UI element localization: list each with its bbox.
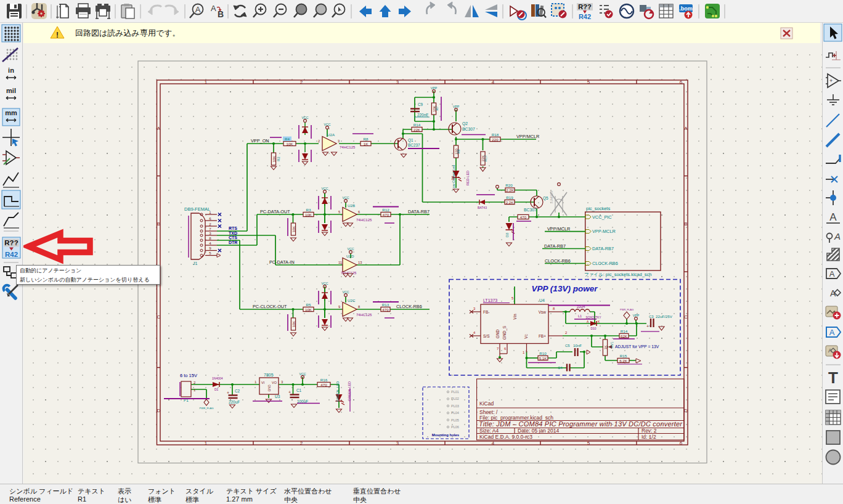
svg-text:+: + bbox=[646, 324, 649, 328]
svg-text:11: 11 bbox=[338, 261, 342, 264]
svg-text:A: A bbox=[211, 4, 216, 13]
svg-text:C2: C2 bbox=[235, 389, 240, 393]
svg-text:D: D bbox=[157, 408, 160, 413]
svg-text:2.2K: 2.2K bbox=[506, 188, 515, 192]
svg-text:R??: R?? bbox=[4, 239, 18, 246]
svg-text:2: 2 bbox=[300, 441, 303, 446]
svg-text:8: 8 bbox=[358, 305, 360, 309]
svg-text:VCC: VCC bbox=[322, 282, 328, 285]
svg-text:470: 470 bbox=[520, 215, 527, 219]
svg-text:9: 9 bbox=[209, 246, 211, 250]
svg-text:10nF: 10nF bbox=[573, 343, 582, 348]
svg-text:DB9-FEMAL: DB9-FEMAL bbox=[184, 206, 210, 212]
svg-text:R15: R15 bbox=[620, 354, 627, 358]
svg-text:BAT43: BAT43 bbox=[478, 206, 487, 209]
svg-text:mm: mm bbox=[5, 109, 17, 116]
svg-text:VCC: VCC bbox=[299, 372, 306, 376]
svg-text:PL02: PL02 bbox=[451, 397, 459, 400]
svg-text:GREEN-LED: GREEN-LED bbox=[348, 381, 351, 401]
svg-text:L1: L1 bbox=[578, 314, 582, 318]
svg-text:5.1K: 5.1K bbox=[539, 356, 548, 360]
svg-text:RED-LED: RED-LED bbox=[466, 171, 470, 185]
svg-text:470: 470 bbox=[383, 213, 389, 217]
svg-text:CLOCK-RB6: CLOCK-RB6 bbox=[592, 261, 618, 266]
svg-text:2: 2 bbox=[300, 79, 303, 85]
svg-text:CTS: CTS bbox=[229, 235, 237, 240]
svg-text:6: 6 bbox=[358, 210, 360, 214]
svg-text:D8: D8 bbox=[451, 176, 455, 180]
svg-text:B: B bbox=[218, 9, 224, 19]
svg-text:GREEN_LED: GREEN_LED bbox=[336, 381, 340, 402]
svg-text:PL03: PL03 bbox=[451, 404, 459, 408]
svg-text:D: D bbox=[684, 408, 688, 413]
svg-text:VCC: VCC bbox=[343, 196, 349, 200]
svg-text:A: A bbox=[828, 348, 832, 354]
svg-text:3: 3 bbox=[281, 380, 283, 384]
svg-text:DATA-RB7: DATA-RB7 bbox=[408, 209, 430, 214]
svg-text:1: 1 bbox=[255, 380, 257, 384]
svg-text:R14: R14 bbox=[413, 123, 421, 127]
svg-text:R9: R9 bbox=[457, 149, 460, 153]
svg-text:回路図は読み込み専用です。: 回路図は読み込み専用です。 bbox=[75, 28, 181, 38]
svg-text:5: 5 bbox=[587, 79, 590, 85]
svg-text:CLOCK-RB6: CLOCK-RB6 bbox=[545, 258, 571, 264]
svg-text:8: 8 bbox=[553, 307, 555, 311]
svg-text:A: A bbox=[587, 320, 589, 323]
svg-text:R5: R5 bbox=[306, 303, 311, 307]
svg-text:VPP_ON: VPP_ON bbox=[251, 138, 269, 144]
svg-text:22uF/25V: 22uF/25V bbox=[656, 314, 673, 319]
svg-text:A: A bbox=[834, 231, 841, 242]
svg-text:10K: 10K bbox=[305, 307, 312, 312]
svg-text:BC307: BC307 bbox=[524, 208, 537, 212]
svg-text:KiCad E.D.A. 9.0.0-rc3: KiCad E.D.A. 9.0.0-rc3 bbox=[479, 434, 532, 440]
svg-text:470: 470 bbox=[320, 383, 327, 387]
svg-text:220: 220 bbox=[492, 137, 499, 142]
svg-text:1: 1 bbox=[209, 210, 211, 214]
svg-text:5: 5 bbox=[587, 441, 590, 446]
svg-text:+: + bbox=[227, 391, 229, 395]
svg-text:3: 3 bbox=[473, 307, 476, 311]
svg-text:2.2K: 2.2K bbox=[506, 200, 515, 205]
svg-text:A: A bbox=[157, 126, 161, 131]
svg-text:T: T bbox=[828, 368, 838, 387]
svg-text:10K: 10K bbox=[272, 156, 276, 162]
svg-text:22uH: 22uH bbox=[577, 305, 585, 309]
svg-text:4: 4 bbox=[209, 241, 211, 245]
svg-text:VPP/MCLR: VPP/MCLR bbox=[547, 226, 570, 232]
svg-text:J1: J1 bbox=[193, 261, 198, 266]
svg-text:7: 7 bbox=[497, 347, 499, 351]
svg-text:PC-DATA-IN: PC-DATA-IN bbox=[269, 259, 295, 265]
svg-text:RTS: RTS bbox=[229, 226, 237, 230]
svg-text:FB-: FB- bbox=[483, 310, 489, 314]
svg-text:1: 1 bbox=[523, 351, 525, 354]
svg-text:PL05: PL05 bbox=[451, 418, 459, 422]
svg-text:Vc: Vc bbox=[524, 333, 528, 338]
svg-text:KiCad: KiCad bbox=[479, 400, 494, 407]
svg-text:R42: R42 bbox=[579, 13, 591, 20]
svg-text:!: ! bbox=[56, 31, 59, 39]
svg-text:3: 3 bbox=[209, 231, 211, 235]
svg-text:FB+: FB+ bbox=[539, 334, 546, 338]
svg-text:PL04: PL04 bbox=[451, 411, 459, 415]
svg-text:Q5: Q5 bbox=[543, 196, 548, 201]
svg-text:4: 4 bbox=[492, 441, 495, 446]
svg-text:7805: 7805 bbox=[264, 373, 274, 377]
svg-text:R12: R12 bbox=[382, 208, 389, 212]
svg-text:mil: mil bbox=[6, 87, 16, 94]
svg-text:74HC125: 74HC125 bbox=[340, 145, 356, 149]
svg-text:R??: R?? bbox=[578, 3, 592, 10]
svg-text:6: 6 bbox=[504, 347, 507, 351]
svg-text:Title: JDM – COM84 PIC Program: Title: JDM – COM84 PIC Programmer with 1… bbox=[479, 420, 683, 428]
svg-text:1: 1 bbox=[205, 79, 208, 85]
svg-text:13: 13 bbox=[358, 261, 362, 264]
svg-text:A: A bbox=[829, 269, 835, 278]
svg-text:VPP-MCLR: VPP-MCLR bbox=[592, 229, 616, 234]
svg-text:R16: R16 bbox=[320, 378, 328, 382]
svg-text:VI: VI bbox=[261, 381, 265, 384]
svg-text:2: 2 bbox=[209, 222, 211, 226]
svg-text:R18: R18 bbox=[492, 132, 499, 137]
svg-text:10K: 10K bbox=[292, 226, 296, 232]
svg-text:U2B: U2B bbox=[348, 203, 355, 208]
svg-text:R3: R3 bbox=[306, 208, 311, 212]
svg-text:C4: C4 bbox=[558, 366, 563, 370]
